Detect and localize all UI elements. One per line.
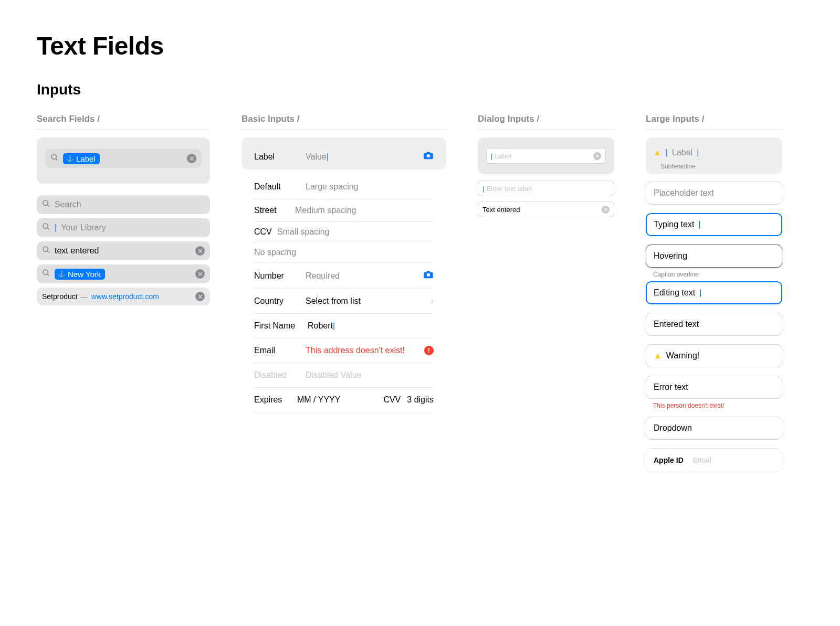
search-icon [50,153,59,164]
clear-icon[interactable]: ✕ [195,246,205,256]
large-input-error[interactable]: Error text [646,376,782,399]
tag-label: New York [68,270,101,279]
svg-line-3 [47,205,49,206]
field-placeholder: Label [495,152,591,160]
field-placeholder: No spacing [254,248,434,257]
field-label: Number [254,271,299,281]
search-result-row[interactable]: Setproduct — www.setproduct.com ✕ [37,288,210,305]
svg-line-7 [47,251,49,252]
input-row-firstname[interactable]: First Name Robert| [254,314,434,338]
input-row-default[interactable]: Default Large spacing [254,175,434,199]
clear-icon[interactable]: ✕ [195,292,205,301]
svg-line-9 [47,274,49,275]
section-basic-title: Basic Inputs / [242,114,446,130]
clear-icon[interactable]: ✕ [593,152,601,160]
clear-icon[interactable]: ✕ [602,206,610,214]
large-showcase-card: ▲ | Label | Subheadline [646,137,782,174]
field-label: Apple ID [654,456,684,464]
input-row-country[interactable]: Country Select from list › [254,289,434,314]
search-input-empty[interactable] [37,195,210,214]
search-tag[interactable]: ⚓ New York [55,269,105,280]
tag-label: Label [76,154,96,163]
text-cursor: | [491,152,492,160]
text-cursor: | [697,148,699,157]
error-icon: ! [424,346,434,355]
large-input-placeholder[interactable]: Placeholder text [646,182,782,205]
field-label: Country [254,296,299,306]
section-search-title: Search Fields / [37,114,210,130]
apple-id-row[interactable]: Apple ID Email [646,448,782,472]
field-label: Disabled [254,370,299,380]
search-value: text entered [55,246,191,256]
field-value: Robert| [308,321,434,331]
input-row-ccv[interactable]: CCV Small spacing [254,222,434,242]
svg-point-2 [43,200,48,205]
warning-icon: ▲ [654,351,662,360]
field-value: Disabled Value [306,370,434,380]
field-label: Label [254,152,299,162]
subheadline: Subheadline [660,163,775,170]
camera-icon[interactable] [423,151,434,162]
field-value: Text entered [482,206,600,214]
field-error-value: This address doesn't exist! [306,346,418,355]
field-value: Value| [306,152,417,162]
field-value: Editing text [654,288,695,298]
field-placeholder: Email [693,456,711,464]
section-dialog-title: Dialog Inputs / [478,114,614,130]
svg-point-11 [427,273,430,277]
large-input-dropdown[interactable]: Dropdown [646,417,782,440]
dialog-input-entered[interactable]: Text entered ✕ [478,201,614,217]
field-label: Street [254,206,289,215]
camera-icon[interactable] [423,270,434,281]
text-cursor: | [55,223,57,232]
search-icon [42,246,50,256]
input-row-email[interactable]: Email This address doesn't exist! ! [254,338,434,363]
large-input-warning[interactable]: ▲ Warning! [646,344,782,367]
svg-point-6 [43,247,48,251]
field-placeholder: Required [306,271,417,281]
svg-point-0 [51,154,56,159]
large-input-entered[interactable]: Entered text [646,313,782,336]
field-label: Expires [254,395,291,405]
dialog-input-focused[interactable]: | Enter text label [478,181,614,196]
search-input-focused[interactable]: | [37,218,210,237]
field-value: Entered text [654,320,699,329]
field-placeholder: Small spacing [277,227,434,237]
large-input-editing[interactable]: Editing text| [646,281,782,304]
search-icon [42,199,50,210]
dash: — [81,292,88,301]
input-row-expires-cvv[interactable]: Expires MM / YYYY CVV 3 digits [254,388,434,412]
large-input-typing[interactable]: Typing text| [646,213,782,236]
search-tag[interactable]: ⚓ Label [63,153,100,164]
search-tagged-input[interactable]: ⚓ Label ✕ [45,149,202,168]
section-large-title: Large Inputs / [646,114,782,130]
clear-icon[interactable]: ✕ [187,154,196,163]
field-value: Typing text [654,220,694,229]
chevron-right-icon: › [431,296,434,306]
search-field[interactable] [61,223,205,232]
input-row-label[interactable]: Label Value| [254,144,434,169]
site-name: Setproduct [42,292,78,301]
large-input-card[interactable]: ▲ | Label | [653,146,775,160]
dialog-input-label[interactable]: | Label ✕ [486,148,606,164]
input-row-street[interactable]: Street Medium spacing [254,199,434,222]
field-value: Error text [654,383,688,392]
field-placeholder: Large spacing [306,182,434,192]
input-row-nolabel[interactable]: No spacing [254,242,434,263]
error-caption: This person doesn't exist! [653,402,782,409]
search-field[interactable] [55,200,205,209]
field-label: CCV [254,227,275,237]
large-input-hover[interactable]: Hovering [646,245,782,268]
text-cursor: | [698,220,700,229]
input-row-number[interactable]: Number Required [254,263,434,289]
field-label: CVV [383,395,401,405]
text-cursor: | [666,148,668,157]
svg-point-4 [43,224,48,228]
field-placeholder: MM / YYYY [297,395,340,405]
search-input-tagged2[interactable]: ⚓ New York ✕ [37,264,210,283]
dialog-showcase-card: | Label ✕ [478,137,614,174]
search-input-entered[interactable]: text entered ✕ [37,241,210,260]
site-url: www.setproduct.com [91,292,192,301]
clear-icon[interactable]: ✕ [195,269,205,279]
search-showcase-card: ⚓ Label ✕ [37,137,210,184]
